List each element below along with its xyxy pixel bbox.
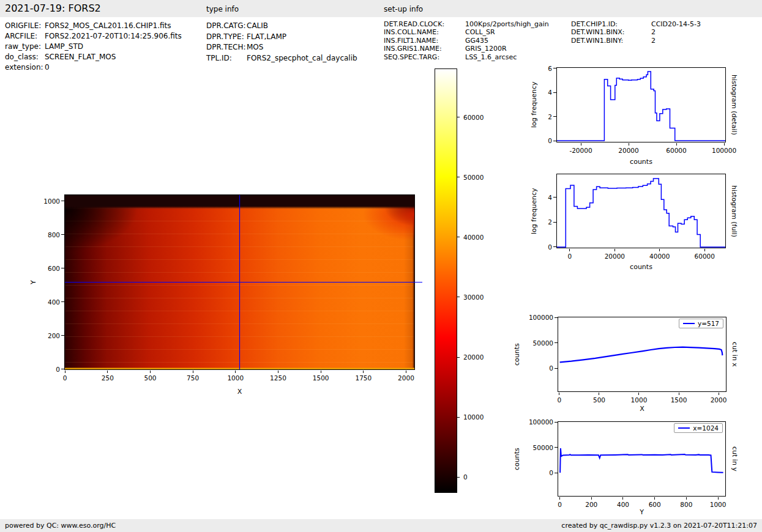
x-tick — [278, 371, 278, 374]
x-tick-label: 0 — [558, 501, 562, 508]
colorbar-tick-label: 0 — [463, 473, 468, 481]
info-value: CCID20-14-5-3 — [651, 20, 701, 28]
histogram-detail-right-label: histogram (detail) — [730, 66, 738, 144]
x-tick-label: 0 — [63, 374, 67, 382]
y-tick-label: 4 — [548, 89, 552, 96]
info-value: 2 — [651, 28, 656, 36]
page-title: 2021-07-19: FORS2 — [5, 2, 101, 14]
info-value: FORS2_MOS_CAL201.16.CHIP1.fits — [45, 21, 171, 30]
info-label: DET.READ.CLOCK: — [384, 20, 465, 28]
colorbar-tick — [457, 237, 460, 237]
main-image-xlabel: X — [64, 388, 415, 396]
x-tick-label: 100000 — [712, 147, 736, 154]
x-tick — [686, 497, 687, 500]
info-value: 2 — [651, 37, 656, 45]
x-tick — [719, 393, 719, 396]
cut-in-x-ylabel: counts — [513, 317, 521, 392]
series-histogram-detail — [557, 72, 725, 141]
x-tick-label: 1000 — [710, 501, 727, 508]
x-tick — [614, 249, 615, 252]
cut-in-y-ylabel: counts — [513, 421, 521, 497]
info-row-raw-type: raw_type:LAMP_STD — [5, 42, 182, 52]
plot-canvas — [557, 174, 725, 248]
legend-line-swatch — [683, 323, 695, 324]
y-tick — [553, 68, 556, 68]
colorbar-tick-label: 10000 — [463, 413, 484, 421]
x-tick-label: 250 — [102, 374, 114, 382]
y-tick — [61, 268, 64, 268]
x-tick-label: 600 — [649, 501, 661, 508]
x-tick-label: 200 — [585, 501, 597, 508]
x-tick — [629, 143, 629, 146]
qc-report-page: 2021-07-19: FORS2 type info set-up info … — [0, 0, 762, 532]
info-row-tpl-id: TPL.ID:FORS2_specphot_cal_daycalib — [206, 53, 357, 64]
footer-powered-by: powered by QC: www.eso.org/HC — [5, 522, 116, 530]
setup-info-block-right: DET.CHIP1.ID:CCID20-14-5-3 DET.WIN1.BINX… — [571, 20, 701, 45]
y-tick-label: 0 — [548, 137, 552, 144]
series-cut-y517 — [560, 347, 723, 363]
x-tick — [559, 393, 559, 396]
info-value: CALIB — [247, 21, 268, 30]
x-tick-label: 2000 — [711, 396, 727, 404]
info-row-dpr-catg: DPR.CATG:CALIB — [206, 21, 357, 32]
x-tick-label: 1500 — [313, 374, 329, 382]
info-label: DET.CHIP1.ID: — [571, 20, 651, 28]
colorbar-tick — [457, 357, 460, 358]
histogram-detail-ylabel: log frequency — [530, 67, 539, 142]
colorbar-tick — [457, 297, 460, 297]
histogram-full-right-label: histogram (full) — [730, 172, 738, 249]
type-info-title: type info — [206, 5, 239, 13]
x-tick — [659, 249, 660, 252]
y-tick-label: 50000 — [533, 444, 553, 451]
plot-canvas — [65, 195, 414, 369]
series-histogram-full — [557, 179, 725, 247]
info-row-extension: extension:0 — [5, 62, 182, 73]
plot-canvas — [558, 422, 725, 496]
info-label: DPR.TYPE: — [206, 32, 247, 43]
colorbar-tick-label: 60000 — [463, 114, 484, 121]
y-tick-label: 0 — [548, 243, 552, 251]
info-row-dpr-type: DPR.TYPE:FLAT,LAMP — [206, 32, 357, 43]
info-label: INS.COLL.NAME: — [384, 28, 465, 36]
histogram-full-ylabel: log frequency — [530, 174, 539, 248]
info-row-spec-targ: SEQ.SPEC.TARG:LSS_1.6_arcsec — [384, 53, 549, 61]
info-row-gris1-name: INS.GRIS1.NAME:GRIS_1200R — [384, 45, 549, 53]
x-tick-label: 750 — [187, 374, 199, 382]
info-label: INS.FILT1.NAME: — [384, 37, 465, 45]
y-tick-label: 2 — [548, 113, 552, 120]
colorbar-tick — [457, 117, 460, 117]
x-tick-label: 1000 — [631, 396, 648, 404]
x-tick-label: 20000 — [618, 147, 638, 154]
y-tick — [61, 201, 64, 201]
info-label: DPR.CATG: — [206, 21, 247, 32]
info-value: FORS2.2021-07-20T10:14:25.906.fits — [45, 32, 182, 40]
footer-created-by: created by qc_rawdisp.py v1.2.3 on 2021-… — [561, 522, 757, 530]
x-tick-label: 60000 — [695, 253, 715, 260]
y-tick — [61, 335, 64, 336]
series-cut-x1024 — [560, 448, 723, 473]
y-tick-label: 50000 — [533, 339, 553, 347]
x-tick-label: 40000 — [649, 253, 670, 260]
x-tick-label: 2000 — [398, 374, 414, 382]
x-tick — [679, 393, 679, 396]
x-tick-label: 800 — [680, 501, 692, 508]
info-label: do_class: — [5, 52, 45, 62]
info-value: GRIS_1200R — [465, 45, 507, 53]
y-tick — [61, 234, 64, 235]
x-tick — [654, 497, 655, 500]
info-row-filt1-name: INS.FILT1.NAME:GG435 — [384, 37, 549, 45]
x-tick-label: 500 — [593, 396, 605, 404]
y-tick — [553, 197, 556, 198]
x-tick — [704, 249, 705, 252]
info-value: 0 — [45, 63, 50, 72]
x-tick — [235, 371, 236, 374]
y-tick-label: 800 — [48, 231, 60, 238]
x-tick — [107, 371, 108, 374]
y-tick-label: 400 — [48, 298, 60, 306]
info-row-chip1-id: DET.CHIP1.ID:CCID20-14-5-3 — [571, 20, 701, 28]
y-tick — [61, 301, 64, 302]
y-tick-label: 200 — [48, 332, 60, 339]
x-tick — [363, 371, 364, 374]
histogram-full-xlabel: counts — [556, 263, 726, 271]
setup-info-block: DET.READ.CLOCK:100Kps/2ports/high_gain I… — [384, 20, 549, 61]
